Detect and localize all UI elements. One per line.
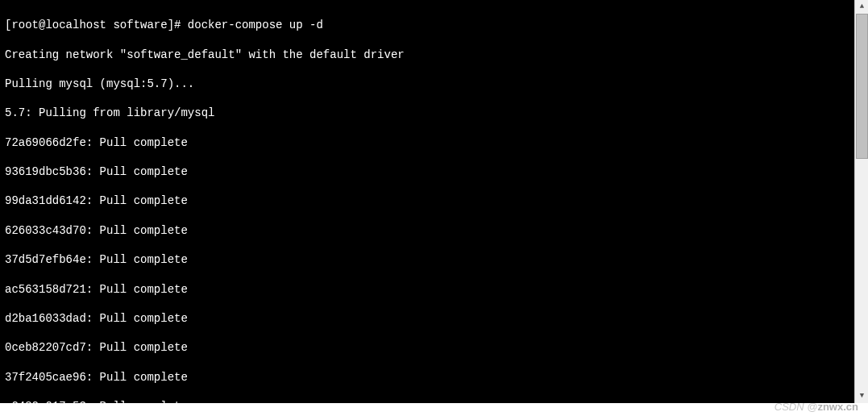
terminal-line: Pulling mysql (mysql:5.7)... <box>5 77 849 91</box>
shell-prompt: [root@localhost software]# <box>5 19 188 31</box>
terminal-line: 626033c43d70: Pull complete <box>5 223 849 238</box>
scroll-thumb[interactable] <box>856 14 868 159</box>
terminal-line: ac563158d721: Pull complete <box>5 282 849 297</box>
terminal-window[interactable]: [root@localhost software]# docker-compos… <box>0 0 854 403</box>
terminal-line: 37f2405cae96: Pull complete <box>5 370 849 385</box>
terminal-line: 37d5d7efb64e: Pull complete <box>5 252 849 267</box>
terminal-line: 93619dbc5b36: Pull complete <box>5 164 849 179</box>
terminal-line: 99da31dd6142: Pull complete <box>5 193 849 208</box>
vertical-scrollbar[interactable]: ▲ ▼ <box>854 0 868 403</box>
terminal-line: 72a69066d2fe: Pull complete <box>5 135 849 150</box>
terminal-line: Creating network "software_default" with… <box>5 48 849 62</box>
terminal-line: e2482e017e53: Pull complete <box>5 399 849 403</box>
terminal-line: 5.7: Pulling from library/mysql <box>5 106 849 120</box>
command-text: docker-compose up -d <box>188 19 323 31</box>
scroll-up-button[interactable]: ▲ <box>855 0 868 14</box>
scroll-down-button[interactable]: ▼ <box>855 389 868 403</box>
terminal-line: d2ba16033dad: Pull complete <box>5 311 849 326</box>
terminal-line: 0ceb82207cd7: Pull complete <box>5 340 849 355</box>
terminal-line: [root@localhost software]# docker-compos… <box>5 18 849 32</box>
